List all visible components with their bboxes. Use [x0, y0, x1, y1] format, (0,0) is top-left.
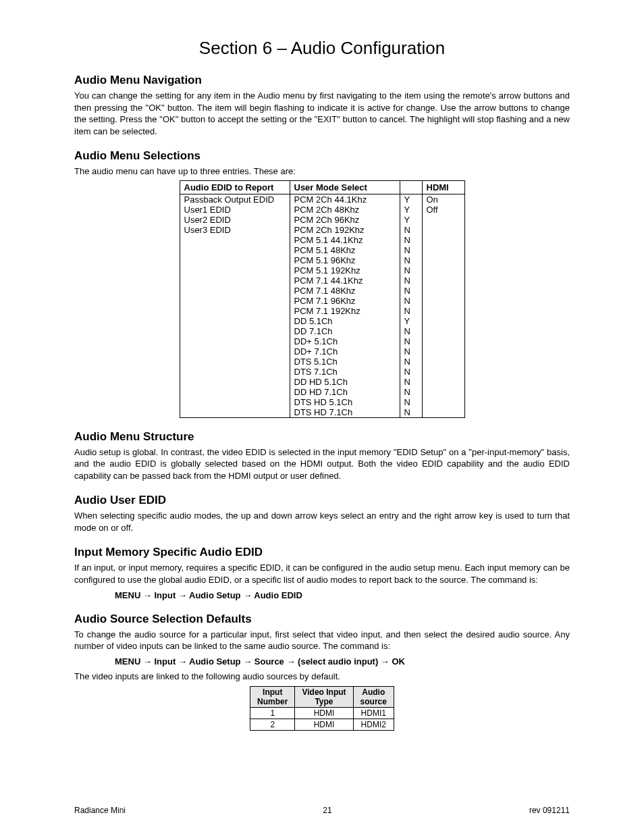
cell-edid	[180, 286, 290, 296]
cell-mode: DTS HD 5.1Ch	[290, 397, 400, 407]
cell-mode: PCM 5.1 192Khz	[290, 265, 400, 276]
cell-mode: DTS 7.1Ch	[290, 367, 400, 377]
th-text: Audiosource	[360, 687, 387, 706]
cell-hdmi	[422, 387, 464, 397]
cell-edid	[180, 407, 290, 418]
cell-yn: Y	[400, 194, 422, 205]
cell-yn: N	[400, 296, 422, 306]
cell-edid	[180, 276, 290, 286]
cell-hdmi	[422, 367, 464, 377]
cell-yn: N	[400, 306, 422, 316]
cell-mode: DD 5.1Ch	[290, 316, 400, 326]
cell-hdmi	[422, 306, 464, 316]
cell-yn: N	[400, 255, 422, 265]
cell-hdmi	[422, 397, 464, 407]
cell-mode: PCM 7.1 48Khz	[290, 286, 400, 296]
cell-yn: Y	[400, 205, 422, 215]
cell-mode: PCM 2Ch 192Khz	[290, 225, 400, 235]
heading-input-memory-specific-audio-edid: Input Memory Specific Audio EDID	[74, 546, 570, 559]
cell: 2	[250, 719, 295, 731]
cell-mode: DD HD 7.1Ch	[290, 387, 400, 397]
section-title: Section 6 – Audio Configuration	[74, 38, 570, 59]
cell-mode: PCM 5.1 96Khz	[290, 255, 400, 265]
cell-mode: PCM 2Ch 44.1Khz	[290, 194, 400, 205]
th-text: InputNumber	[257, 687, 288, 706]
cell-edid: User1 EDID	[180, 205, 290, 215]
cell-hdmi	[422, 296, 464, 306]
cell-mode: PCM 5.1 48Khz	[290, 245, 400, 255]
cell-hdmi	[422, 357, 464, 367]
cell-edid	[180, 336, 290, 346]
cell-yn: N	[400, 346, 422, 357]
cell-edid	[180, 316, 290, 326]
cell-hdmi	[422, 265, 464, 276]
cell-edid	[180, 357, 290, 367]
heading-audio-source-selection-defaults: Audio Source Selection Defaults	[74, 613, 570, 626]
cell-edid	[180, 235, 290, 245]
cell-yn: N	[400, 265, 422, 276]
cell-yn: N	[400, 336, 422, 346]
cell-edid	[180, 367, 290, 377]
paragraph: The audio menu can have up to three entr…	[74, 165, 570, 178]
paragraph: If an input, or input memory, requires a…	[74, 562, 570, 585]
paragraph: The video inputs are linked to the follo…	[74, 671, 570, 683]
cell-mode: PCM 2Ch 96Khz	[290, 215, 400, 225]
cell-edid	[180, 255, 290, 265]
paragraph: When selecting specific audio modes, the…	[74, 510, 570, 533]
paragraph: To change the audio source for a particu…	[74, 629, 570, 652]
cell-mode: DD+ 7.1Ch	[290, 346, 400, 357]
cell-yn: Y	[400, 215, 422, 225]
th-yn	[400, 180, 422, 194]
footer-left: Radiance Mini	[74, 806, 126, 815]
cell-hdmi	[422, 255, 464, 265]
cell-edid: User3 EDID	[180, 225, 290, 235]
cell-yn: Y	[400, 316, 422, 326]
cell-edid	[180, 296, 290, 306]
heading-audio-menu-selections: Audio Menu Selections	[74, 149, 570, 163]
cell-hdmi	[422, 407, 464, 418]
cell-edid: Passback Output EDID	[180, 194, 290, 205]
cell-mode: PCM 5.1 44.1Khz	[290, 235, 400, 245]
cell-mode: PCM 7.1 192Khz	[290, 306, 400, 316]
cell-mode: DD 7.1Ch	[290, 326, 400, 336]
th-edid: Audio EDID to Report	[180, 180, 290, 194]
cell-mode: DTS HD 7.1Ch	[290, 407, 400, 418]
cell: 1	[250, 708, 295, 719]
cell-hdmi	[422, 245, 464, 255]
th-hdmi: HDMI	[422, 180, 464, 194]
cell-edid	[180, 346, 290, 357]
cell-yn: N	[400, 377, 422, 387]
cell-edid: User2 EDID	[180, 215, 290, 225]
audio-menu-table: Audio EDID to Report User Mode Select HD…	[180, 180, 465, 418]
cell: HDMI	[295, 719, 353, 731]
cell-hdmi	[422, 377, 464, 387]
heading-audio-menu-structure: Audio Menu Structure	[74, 430, 570, 444]
footer-page-number: 21	[323, 806, 331, 815]
cell-yn: N	[400, 357, 422, 367]
th-video-input-type: Video InputType	[295, 687, 353, 708]
th-mode: User Mode Select	[290, 180, 400, 194]
cell-hdmi: Off	[422, 205, 464, 215]
cell-yn: N	[400, 235, 422, 245]
cell-edid	[180, 306, 290, 316]
cell-hdmi	[422, 336, 464, 346]
page-footer: Radiance Mini 21 rev 091211	[74, 806, 570, 815]
cell-hdmi	[422, 276, 464, 286]
cell-hdmi	[422, 225, 464, 235]
page: Section 6 – Audio Configuration Audio Me…	[0, 0, 644, 834]
cell-edid	[180, 265, 290, 276]
cell-yn: N	[400, 326, 422, 336]
cell-hdmi	[422, 286, 464, 296]
cell-hdmi: On	[422, 194, 464, 205]
cell-yn: N	[400, 397, 422, 407]
cell-edid	[180, 326, 290, 336]
th-text: Video InputType	[302, 687, 346, 706]
cell-yn: N	[400, 387, 422, 397]
cell: HDMI	[295, 708, 353, 719]
cell-mode: DD HD 5.1Ch	[290, 377, 400, 387]
cell-yn: N	[400, 276, 422, 286]
paragraph: You can change the setting for any item …	[74, 90, 570, 137]
cell: HDMI2	[353, 719, 394, 731]
footer-right: rev 091211	[529, 806, 570, 815]
cell-mode: DTS 5.1Ch	[290, 357, 400, 367]
